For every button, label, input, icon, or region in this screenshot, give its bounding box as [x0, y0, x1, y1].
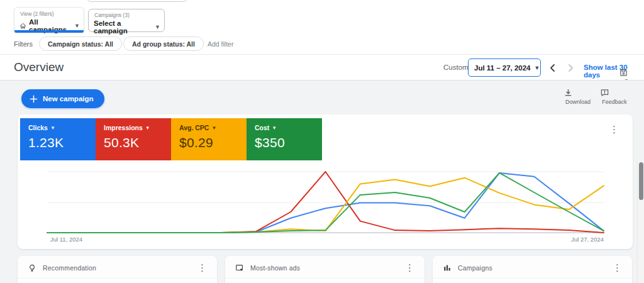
- bar-chart-icon: [443, 264, 452, 272]
- download-button[interactable]: Download: [564, 88, 592, 105]
- chevron-down-icon: ▼: [50, 125, 55, 131]
- overview-chart-card: Clicks▼ 1.23K Impressions▼ 50.3K Avg. CP…: [18, 114, 633, 249]
- next-period-button[interactable]: [565, 62, 576, 74]
- filter-chip-campaign-status[interactable]: Campaign status: All: [39, 36, 122, 51]
- chevron-down-icon: ▼: [155, 24, 160, 30]
- chart-options-kebab-icon[interactable]: ⋮: [609, 125, 619, 134]
- active-indicator: [14, 30, 84, 33]
- view-filter-dropdown[interactable]: View (2 filters) All campaigns ▼: [14, 7, 84, 33]
- divider: [0, 54, 644, 55]
- card-options-kebab-icon[interactable]: ⋮: [405, 263, 414, 272]
- plus-icon: [30, 95, 38, 103]
- metric-value: $0.29: [179, 135, 247, 150]
- page-title: Overview: [14, 60, 64, 74]
- filters-label: Filters: [14, 40, 33, 48]
- view-filter-label: View (2 filters): [14, 8, 84, 17]
- chip-label: Campaign status: All: [48, 40, 113, 48]
- show-last-30-days-link[interactable]: Show last 30 days: [584, 64, 644, 79]
- date-mode-label: Custom: [443, 64, 469, 71]
- previous-period-button[interactable]: [547, 62, 558, 74]
- chevron-down-icon: ▼: [535, 65, 540, 71]
- card-options-kebab-icon[interactable]: ⋮: [613, 263, 622, 272]
- cutoff-element-fragment: [87, 0, 187, 2]
- feedback-button[interactable]: Feedback: [600, 88, 629, 105]
- new-campaign-label: New campaign: [43, 95, 94, 103]
- campaign-select-dropdown[interactable]: Campaigns (3) Select a campaign ▼: [88, 9, 165, 32]
- metric-value: 50.3K: [104, 135, 171, 150]
- chevron-down-icon: ▼: [145, 125, 150, 131]
- add-filter-button[interactable]: Add filter: [208, 40, 233, 48]
- campaigns-card[interactable]: Campaigns ⋮: [433, 256, 632, 283]
- feedback-icon: [600, 88, 629, 97]
- card-title: Most-shown ads: [250, 264, 300, 272]
- metric-label: Cost: [255, 124, 269, 131]
- card-title: Recommendation: [43, 264, 96, 272]
- main-content: New campaign Download Feedback Clicks▼ 1…: [0, 80, 644, 283]
- scrollbar-thumb[interactable]: [639, 162, 643, 200]
- metric-label: Impressions: [104, 124, 143, 131]
- vertical-scrollbar[interactable]: [637, 161, 644, 283]
- metric-label: Clicks: [28, 124, 48, 131]
- ads-icon: [235, 264, 244, 272]
- performance-line-chart[interactable]: [18, 164, 633, 247]
- x-axis-start-label: Jul 11, 2024: [50, 236, 82, 243]
- metric-selector-row: Clicks▼ 1.23K Impressions▼ 50.3K Avg. CP…: [20, 118, 322, 160]
- feedback-label: Feedback: [600, 99, 629, 105]
- filters-bar: Filters Campaign status: All Ad group st…: [0, 35, 644, 54]
- metric-card-avg-cpc[interactable]: Avg. CPC▼ $0.29: [171, 118, 247, 160]
- metric-card-impressions[interactable]: Impressions▼ 50.3K: [96, 118, 171, 160]
- metric-value: $350: [255, 135, 322, 150]
- filter-chip-adgroup-status[interactable]: Ad group status: All: [123, 36, 204, 51]
- campaign-select-label: Campaigns (3): [89, 9, 164, 18]
- lightbulb-icon: [28, 264, 36, 272]
- x-axis-end-label: Jul 27, 2024: [571, 236, 604, 243]
- metric-card-cost[interactable]: Cost▼ $350: [247, 118, 322, 160]
- date-range-picker[interactable]: Jul 11 – 27, 2024 ▼: [468, 58, 541, 77]
- most-shown-ads-card[interactable]: Most-shown ads ⋮: [225, 256, 425, 283]
- metric-label: Avg. CPC: [179, 124, 209, 131]
- card-options-kebab-icon[interactable]: ⋮: [197, 263, 207, 272]
- metric-card-clicks[interactable]: Clicks▼ 1.23K: [20, 118, 96, 160]
- chevron-down-icon: ▼: [74, 23, 80, 29]
- card-title: Campaigns: [458, 264, 492, 272]
- date-range-value: Jul 11 – 27, 2024: [474, 64, 531, 72]
- new-campaign-button[interactable]: New campaign: [21, 89, 104, 108]
- chevron-down-icon: ▼: [272, 125, 277, 131]
- chip-label: Ad group status: All: [132, 40, 195, 48]
- campaign-select-value: Select a campaign: [94, 19, 152, 35]
- page-header: View (2 filters) All campaigns ▼ Campaig…: [0, 0, 644, 80]
- download-icon: [564, 88, 592, 97]
- recommendation-card[interactable]: Recommendation ⋮: [18, 256, 217, 283]
- home-icon: [19, 23, 26, 30]
- metric-value: 1.23K: [28, 135, 96, 150]
- chart-series-avg-cpc: [47, 178, 604, 233]
- chevron-down-icon: ▼: [211, 125, 216, 131]
- download-label: Download: [564, 99, 592, 105]
